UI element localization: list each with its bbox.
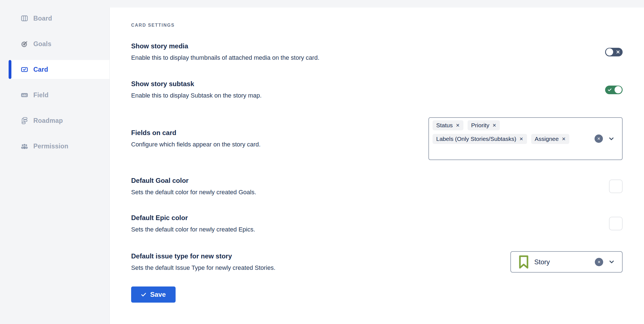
roadmap-icon xyxy=(21,117,28,124)
setting-title: Default Goal color xyxy=(131,176,256,185)
sidebar-item-permission[interactable]: Permission xyxy=(9,137,109,156)
sidebar-item-label: Board xyxy=(33,15,52,22)
tag-label: Status xyxy=(436,122,453,129)
toggle-knob xyxy=(606,48,613,56)
field-tag-assignee: Assignee ✕ xyxy=(531,134,570,144)
active-indicator-bar xyxy=(9,60,11,79)
clear-selection-icon[interactable]: ✕ xyxy=(595,258,603,266)
issue-type-select[interactable]: Story ✕ xyxy=(510,251,623,273)
setting-row-show-story-subtask: Show story subtask Enable this to displa… xyxy=(131,80,623,100)
setting-title: Default Epic color xyxy=(131,214,255,222)
sidebar-item-field[interactable]: ABC Field xyxy=(9,86,109,104)
sidebar-item-label: Permission xyxy=(33,143,68,150)
check-icon xyxy=(141,292,146,297)
setting-title: Default issue type for new story xyxy=(131,252,275,260)
show-story-media-toggle[interactable] xyxy=(605,48,623,56)
sidebar-item-board[interactable]: Board xyxy=(9,9,109,28)
remove-tag-icon[interactable]: ✕ xyxy=(519,137,523,141)
setting-title: Fields on card xyxy=(131,129,261,137)
tag-label: Labels (Only Stories/Subtasks) xyxy=(436,136,516,142)
save-button-label: Save xyxy=(150,291,166,298)
sidebar-item-label: Card xyxy=(33,66,48,73)
setting-row-default-issue-type: Default issue type for new story Sets th… xyxy=(131,251,623,273)
board-columns-icon xyxy=(21,15,28,22)
sidebar-item-label: Goals xyxy=(33,40,51,48)
save-button[interactable]: Save xyxy=(131,286,176,303)
setting-row-default-epic-color: Default Epic color Sets the default colo… xyxy=(131,214,623,234)
selected-field-tags: Status ✕ Priority ✕ Labels (Only Stories… xyxy=(433,120,590,144)
remove-tag-icon[interactable]: ✕ xyxy=(456,123,460,128)
setting-description: Sets the default color for newly created… xyxy=(131,188,256,196)
sidebar-item-label: Field xyxy=(33,91,49,99)
tag-label: Priority xyxy=(471,122,489,129)
setting-description: Sets the default color for newly created… xyxy=(131,225,255,234)
chevron-down-icon[interactable] xyxy=(608,259,615,265)
sidebar-item-goals[interactable]: Goals xyxy=(9,34,109,53)
field-tag-labels: Labels (Only Stories/Subtasks) ✕ xyxy=(433,134,527,144)
card-check-icon xyxy=(21,66,28,73)
epic-color-swatch[interactable] xyxy=(609,217,623,230)
sidebar-item-card[interactable]: Card xyxy=(9,60,109,79)
setting-description: Enable this to display thumbnails of att… xyxy=(131,54,319,62)
story-bookmark-icon xyxy=(518,255,530,269)
fields-on-card-multiselect[interactable]: Status ✕ Priority ✕ Labels (Only Stories… xyxy=(428,117,623,160)
tag-label: Assignee xyxy=(535,136,559,142)
clear-all-icon[interactable]: ✕ xyxy=(595,134,603,143)
field-abc-icon: ABC xyxy=(21,91,28,99)
issue-type-value: Story xyxy=(534,258,550,266)
setting-title: Show story subtask xyxy=(131,80,262,88)
card-settings-panel: CARD SETTINGS Show story media Enable th… xyxy=(109,8,644,324)
settings-sidebar: Board Goals Card xyxy=(0,0,109,324)
setting-row-default-goal-color: Default Goal color Sets the default colo… xyxy=(131,176,623,196)
setting-description: Sets the default Issue Type for newly cr… xyxy=(131,264,275,272)
x-icon xyxy=(616,50,620,54)
remove-tag-icon[interactable]: ✕ xyxy=(562,137,566,141)
svg-text:ABC: ABC xyxy=(22,94,27,97)
setting-row-fields-on-card: Fields on card Configure which fields ap… xyxy=(131,117,623,160)
goals-target-icon xyxy=(21,40,28,48)
show-story-subtask-toggle[interactable] xyxy=(605,86,623,94)
section-title: CARD SETTINGS xyxy=(131,23,623,28)
setting-row-show-story-media: Show story media Enable this to display … xyxy=(131,42,623,62)
toggle-knob xyxy=(615,86,622,93)
setting-description: Enable this to display Subtask on the st… xyxy=(131,91,262,100)
setting-title: Show story media xyxy=(131,42,319,50)
field-tag-status: Status ✕ xyxy=(433,120,463,130)
sidebar-item-label: Roadmap xyxy=(33,117,63,124)
chevron-down-icon[interactable] xyxy=(608,136,615,142)
remove-tag-icon[interactable]: ✕ xyxy=(492,123,496,128)
setting-description: Configure which fields appear on the sto… xyxy=(131,140,261,149)
field-tag-priority: Priority ✕ xyxy=(468,120,500,130)
check-icon xyxy=(608,88,612,92)
goal-color-swatch[interactable] xyxy=(609,180,623,193)
permission-people-icon xyxy=(21,143,28,150)
sidebar-item-roadmap[interactable]: Roadmap xyxy=(9,111,109,130)
